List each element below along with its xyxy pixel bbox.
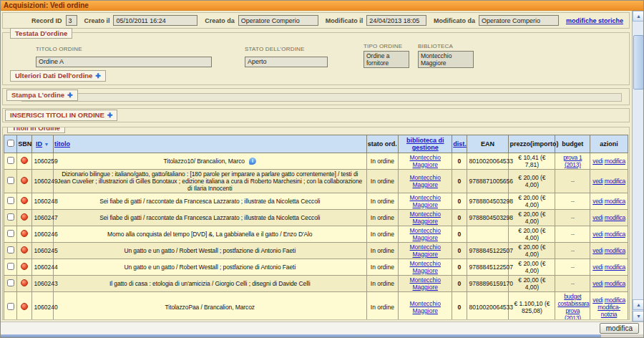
dist-cell: 0 <box>452 153 467 170</box>
biblioteca-gestione-link[interactable]: Montecchio Maggiore <box>410 243 441 258</box>
titolo-cell: Titolazzo10/ Brancalion, Marcoi <box>54 153 367 170</box>
budget-link[interactable]: budget costabissara prova (2013) <box>557 293 589 320</box>
col-azioni: azioni <box>590 135 628 153</box>
col-dist[interactable]: dist. <box>452 135 467 153</box>
row-checkbox[interactable] <box>7 303 14 310</box>
azione-modifica-link[interactable]: modifica <box>605 280 625 287</box>
modifiche-storiche-link[interactable]: modifiche storiche <box>566 17 623 24</box>
row-checkbox[interactable] <box>7 213 14 221</box>
titolo-ordine-label: TITOLO ORDINE <box>36 46 212 52</box>
titolo-cell: TitolazzoPaa / Brancalion, Marcoz <box>54 292 367 321</box>
scrollbar-thumb[interactable] <box>633 35 644 90</box>
azione-vedi-link[interactable]: vedi <box>592 178 602 185</box>
budget-link[interactable]: prova 1 (2013) <box>563 154 582 168</box>
row-checkbox[interactable] <box>7 263 14 270</box>
col-prezzo: prezzo(importo) <box>509 135 555 153</box>
creato-il-label: Creato il <box>84 17 109 24</box>
budget-cell: -- <box>555 193 590 210</box>
stato-ordine-input[interactable] <box>245 57 328 67</box>
titolo-ordine-input[interactable] <box>36 57 212 67</box>
ulteriori-dati-toggle[interactable]: Ulteriori Dati Dell'ordine✚ <box>10 70 106 82</box>
row-select-cell <box>4 193 17 210</box>
record-id-field[interactable] <box>66 15 77 26</box>
vertical-scrollbar-track[interactable]: ▲ ▲ ▼ <box>633 11 644 322</box>
biblioteca-gestione-link[interactable]: Montecchio Maggiore <box>410 174 441 188</box>
row-checkbox[interactable] <box>7 246 14 254</box>
azione-modifica-link[interactable]: modifica <box>605 264 625 271</box>
azione-vedi-link[interactable]: vedi <box>592 280 602 287</box>
col-budget: budget <box>555 135 590 153</box>
azione-modifica-link[interactable]: modifica <box>605 247 625 254</box>
azioni-cell: vedi modifica <box>590 259 628 276</box>
id-sort-link[interactable]: ID <box>36 140 42 148</box>
azione-vedi-link[interactable]: vedi <box>592 158 602 165</box>
scrollbar-down-button[interactable]: ▼ <box>633 311 644 322</box>
col-id[interactable]: ID ▼ <box>31 135 53 153</box>
info-icon[interactable]: i <box>249 158 256 165</box>
dist-sort-link[interactable]: dist. <box>453 140 467 148</box>
sbn-cell <box>17 259 31 276</box>
titolo-ordine-field-group: TITOLO ORDINE <box>36 46 212 67</box>
sbn-status-icon <box>21 263 28 270</box>
azione-vedi-link[interactable]: vedi <box>592 214 602 221</box>
row-checkbox[interactable] <box>7 157 14 164</box>
biblioteca-label: BIBLIOTECA <box>418 43 474 49</box>
row-select-cell <box>4 170 17 193</box>
scrollbar-up-button[interactable]: ▲ <box>633 11 644 21</box>
stato-cell: In ordine <box>366 226 399 243</box>
row-checkbox[interactable] <box>7 279 14 286</box>
inserisci-titoli-toggle[interactable]: INSERISCI TITOLI IN ORDINE✚ <box>5 110 117 121</box>
sort-desc-icon: ▼ <box>44 142 49 147</box>
azione-modifica-link[interactable]: modifica <box>605 158 625 165</box>
azione-vedi-link[interactable]: vedi <box>592 264 602 271</box>
biblioteca-gestione-link[interactable]: Montecchio Maggiore <box>410 300 441 314</box>
modifica-button[interactable]: modifica <box>600 323 639 334</box>
azione-vedi-link[interactable]: vedi <box>592 231 602 238</box>
titolo-sort-link[interactable]: titolo <box>54 140 70 148</box>
acquisizioni-window: Acquisizioni: Vedi ordine Record ID Crea… <box>0 0 644 338</box>
azione-modifica-notizia-link[interactable]: modifica-notizia <box>597 304 620 318</box>
azione-modifica-link[interactable]: modifica <box>605 296 625 304</box>
biblioteca-gestione-link[interactable]: Montecchio Maggiore <box>410 260 441 274</box>
stampa-ordine-toggle[interactable]: Stampa L'ordine✚ <box>6 90 78 101</box>
row-select-cell <box>4 259 17 276</box>
titolo-cell: Momo alla conquista del tempo [DVD] &, L… <box>54 226 367 243</box>
biblioteca-gestione-link[interactable]: Montecchio Maggiore <box>410 211 441 225</box>
modificato-il-field[interactable] <box>366 15 426 26</box>
row-checkbox[interactable] <box>7 197 14 204</box>
budget-cell: -- <box>555 243 590 259</box>
creato-il-field[interactable] <box>113 15 197 26</box>
scrollbar-up-button-2[interactable]: ▲ <box>633 299 644 310</box>
azione-vedi-link[interactable]: vedi <box>592 247 602 254</box>
biblioteca-gestione-link[interactable]: Montecchio Maggiore <box>410 227 441 241</box>
biblioteca-listbox[interactable]: Montecchio Maggiore <box>418 51 474 68</box>
biblioteca-gestione-link[interactable]: Montecchio Maggiore <box>410 194 441 208</box>
biblioteca-gestione-link[interactable]: Montecchio Maggiore <box>410 276 441 291</box>
azione-modifica-link[interactable]: modifica <box>605 198 625 205</box>
tipo-ordine-listbox[interactable]: Ordine a fornitore <box>364 51 409 68</box>
azione-modifica-link[interactable]: modifica <box>605 231 625 238</box>
titoli-legend: Titoli In Ordine <box>7 127 65 133</box>
azione-modifica-link[interactable]: modifica <box>605 178 625 185</box>
prezzo-cell: € 20,00 (€ 4,00) <box>509 243 555 259</box>
azione-vedi-link[interactable]: vedi <box>592 198 602 205</box>
biblioteca-gestione-link[interactable]: Montecchio Maggiore <box>410 154 441 168</box>
azione-modifica-link[interactable]: modifica <box>605 214 625 221</box>
dist-cell: 0 <box>452 259 467 276</box>
row-checkbox[interactable] <box>7 177 14 184</box>
select-all-checkbox[interactable] <box>7 140 14 147</box>
col-biblioteca[interactable]: biblioteca di gestione <box>399 135 452 153</box>
table-row: 1060259Titolazzo10/ Brancalion, MarcoiIn… <box>4 153 628 170</box>
ean-cell: 8010020064533 <box>467 292 509 321</box>
dist-cell: 0 <box>452 276 467 292</box>
modificato-da-field[interactable] <box>479 15 559 26</box>
dist-cell: 0 <box>452 193 467 210</box>
row-checkbox[interactable] <box>7 230 14 237</box>
biblioteca-sort-link[interactable]: biblioteca di gestione <box>406 137 444 151</box>
creato-da-field[interactable] <box>238 15 318 26</box>
azione-vedi-link[interactable]: vedi <box>592 296 602 304</box>
col-titolo[interactable]: titolo <box>54 135 367 153</box>
bottom-action-bar: modifica <box>1 322 644 334</box>
page-title: Acquisizioni: Vedi ordine <box>4 1 89 9</box>
dist-cell: 0 <box>452 170 467 193</box>
